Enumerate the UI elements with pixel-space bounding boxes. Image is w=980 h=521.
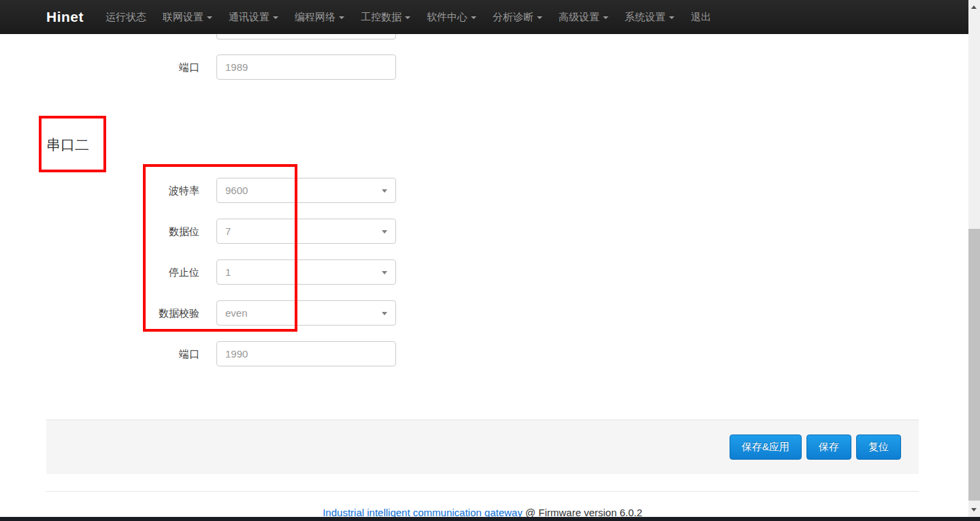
taskbar-edge-strip bbox=[0, 517, 980, 521]
baud-rate-label: 波特率 bbox=[46, 178, 199, 203]
parity-value: even bbox=[217, 301, 395, 325]
chevron-down-icon bbox=[273, 16, 278, 19]
form-row-port2: 端口 bbox=[0, 341, 490, 366]
nav-item-label: 工控数据 bbox=[361, 11, 402, 22]
save-apply-button[interactable]: 保存&应用 bbox=[730, 435, 802, 460]
nav-item-programming-network[interactable]: 编程网络 bbox=[287, 0, 353, 34]
form-actions-bar: 保存&应用 保存 复位 bbox=[46, 420, 919, 474]
nav-item-label: 编程网络 bbox=[295, 11, 336, 22]
reset-button[interactable]: 复位 bbox=[856, 435, 901, 460]
data-bits-label: 数据位 bbox=[46, 219, 199, 244]
stop-bits-label: 停止位 bbox=[46, 259, 199, 285]
footer-divider bbox=[46, 491, 919, 492]
chevron-down-icon bbox=[207, 16, 212, 19]
scroll-up-arrow-icon[interactable] bbox=[971, 5, 977, 9]
nav-item-industrial-data[interactable]: 工控数据 bbox=[353, 0, 419, 34]
navbar: Hinet 运行状态 联网设置 通讯设置 编程网络 工控数据 软件中心 分析诊断… bbox=[0, 0, 968, 34]
form-row-parity: 数据校验 even bbox=[0, 300, 490, 326]
nav-item-software-center[interactable]: 软件中心 bbox=[419, 0, 485, 34]
nav-item-advanced-settings[interactable]: 高级设置 bbox=[551, 0, 617, 34]
port2-label: 端口 bbox=[46, 341, 199, 366]
dropdown-arrow-icon bbox=[382, 271, 387, 274]
nav-item-logout[interactable]: 退出 bbox=[683, 0, 719, 34]
data-bits-select[interactable]: 7 bbox=[216, 219, 396, 244]
nav-item-run-status[interactable]: 运行状态 bbox=[97, 0, 154, 34]
parity-select[interactable]: even bbox=[216, 300, 396, 326]
vertical-scrollbar[interactable] bbox=[968, 0, 980, 521]
chevron-down-icon bbox=[339, 16, 344, 19]
page: Hinet 运行状态 联网设置 通讯设置 编程网络 工控数据 软件中心 分析诊断… bbox=[0, 0, 980, 521]
port1-input[interactable] bbox=[216, 54, 396, 80]
form-row-stop-bits: 停止位 1 bbox=[0, 259, 490, 285]
dropdown-arrow-icon bbox=[382, 312, 387, 315]
data-bits-value: 7 bbox=[217, 219, 395, 243]
port1-label: 端口 bbox=[46, 54, 199, 80]
actions-group: 保存&应用 保存 复位 bbox=[730, 435, 901, 460]
form-row-baud-rate: 波特率 9600 bbox=[0, 178, 490, 203]
nav-item-comm-settings[interactable]: 通讯设置 bbox=[220, 0, 287, 34]
nav-item-label: 高级设置 bbox=[559, 11, 600, 22]
nav-item-label: 系统设置 bbox=[625, 11, 666, 22]
chevron-down-icon bbox=[405, 16, 410, 19]
scrollbar-thumb[interactable] bbox=[968, 229, 980, 501]
section-title-serial2: 串口二 bbox=[46, 136, 89, 155]
baud-rate-select[interactable]: 9600 bbox=[216, 178, 396, 203]
nav-item-label: 分析诊断 bbox=[493, 11, 534, 22]
nav-item-analysis-diagnosis[interactable]: 分析诊断 bbox=[485, 0, 551, 34]
baud-rate-value: 9600 bbox=[217, 178, 395, 202]
save-button[interactable]: 保存 bbox=[806, 435, 851, 460]
nav-item-label: 软件中心 bbox=[427, 11, 468, 22]
chevron-down-icon bbox=[669, 16, 674, 19]
nav-item-label: 运行状态 bbox=[105, 11, 146, 22]
nav-item-label: 退出 bbox=[691, 11, 711, 22]
scroll-down-arrow-icon[interactable] bbox=[971, 508, 977, 511]
dropdown-arrow-icon bbox=[382, 189, 387, 193]
nav-item-label: 联网设置 bbox=[163, 11, 203, 22]
nav-item-system-settings[interactable]: 系统设置 bbox=[617, 0, 683, 34]
chevron-down-icon bbox=[603, 16, 608, 19]
parity-label: 数据校验 bbox=[46, 300, 199, 326]
form-row-data-bits: 数据位 7 bbox=[0, 219, 490, 244]
stop-bits-select[interactable]: 1 bbox=[216, 259, 396, 285]
dropdown-arrow-icon bbox=[382, 230, 387, 234]
chevron-down-icon bbox=[471, 16, 476, 19]
nav-item-label: 通讯设置 bbox=[229, 11, 270, 22]
brand-logo[interactable]: Hinet bbox=[0, 9, 84, 25]
nav-item-network-settings[interactable]: 联网设置 bbox=[154, 0, 220, 34]
stop-bits-value: 1 bbox=[217, 260, 395, 284]
chevron-down-icon bbox=[537, 16, 542, 19]
form-row-port1: 端口 bbox=[0, 54, 490, 80]
port2-input[interactable] bbox=[216, 341, 396, 366]
